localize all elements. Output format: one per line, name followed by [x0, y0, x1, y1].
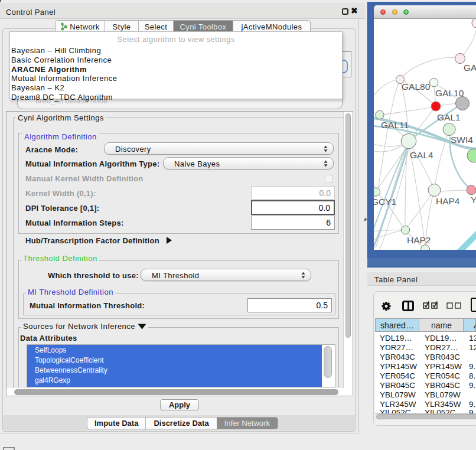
svg-text:GAL: GAL — [464, 63, 476, 73]
svg-text:GAL80: GAL80 — [402, 81, 431, 92]
svg-text:GAL1: GAL1 — [437, 112, 461, 122]
svg-text:GAL11: GAL11 — [381, 120, 409, 130]
svg-text:GAL10: GAL10 — [435, 88, 464, 98]
svg-text:HAP4: HAP4 — [436, 196, 460, 206]
svg-text:GCY1: GCY1 — [374, 197, 396, 207]
svg-text:Y: Y — [471, 195, 476, 205]
svg-text:GAL4: GAL4 — [410, 150, 433, 160]
svg-text:SWI4: SWI4 — [451, 135, 473, 145]
svg-text:HAP2: HAP2 — [407, 235, 431, 245]
